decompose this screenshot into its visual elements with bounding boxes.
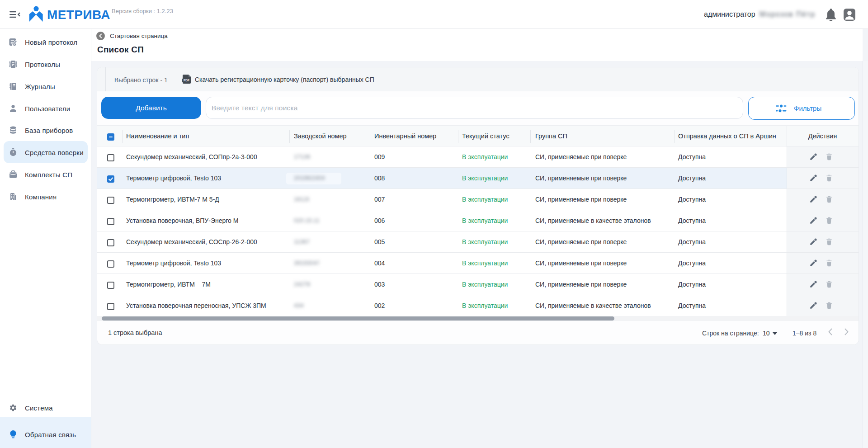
svg-text:PDF: PDF bbox=[184, 79, 189, 82]
